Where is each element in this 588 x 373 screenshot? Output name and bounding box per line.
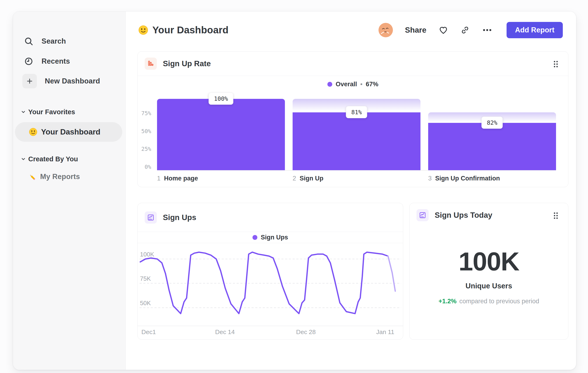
x-tick: Dec 14 [215,328,235,336]
divider [138,76,568,76]
bar-solid [157,99,285,171]
legend-dot [252,235,257,240]
stat-value: 100K [410,246,568,276]
sidebar-item-label: New Dashboard [45,77,100,85]
card-header: Sign Ups [138,203,403,232]
sidebar-item-label: Your Dashboard [41,128,100,136]
drag-handle-icon[interactable] [553,60,559,68]
link-icon[interactable] [460,25,470,35]
ellipsis-icon[interactable] [482,25,493,35]
line-chart-icon [145,212,157,223]
y-tick: 25% [138,146,151,152]
legend-label: Sign Ups [261,234,288,241]
line-legend: Sign Ups [138,232,403,243]
funnel-bar[interactable]: 82% [428,99,556,171]
x-axis-line [138,326,403,326]
avatar[interactable] [378,23,393,37]
card-sign-ups: Sign Ups Sign Ups 100K 75K 50K Dec [137,203,403,340]
dashboard-header: Your Dashboard Share [138,21,563,40]
value-chip: 82% [481,117,503,129]
plus-icon [22,74,37,88]
step-number: 1 [157,175,160,182]
y-tick: 50% [138,128,151,134]
line-chart-plot [138,243,403,326]
sidebar-item-recents[interactable]: Recents [13,54,126,69]
x-category: 3 Sign Up Confirmation [428,175,500,182]
page-title: Your Dashboard [152,24,228,36]
value-chip: 81% [346,106,367,118]
card-title: Sign Ups [163,213,196,222]
x-category: 2 Sign Up [293,175,323,182]
bar-solid [428,123,556,171]
clock-icon [23,56,34,67]
add-report-button[interactable]: Add Report [507,22,563,38]
search-icon [23,36,34,47]
x-tick: Jan 11 [376,328,394,336]
chevron-down-icon [21,109,26,114]
sidebar-item-label: Search [42,37,66,45]
app-window: Search Recents New Dashboard Your Favori… [13,11,576,370]
section-your-favorites[interactable]: Your Favorites [13,107,126,117]
section-label: Created By You [28,155,78,163]
line-chart-icon [417,209,429,221]
card-header: Sign Up Rate [138,51,568,76]
legend-value: 67% [366,81,378,88]
y-tick: 50K [140,300,151,307]
share-button[interactable]: Share [405,26,427,34]
legend-dot [327,82,332,87]
delta-value: +1.2% [438,298,456,305]
y-tick: 100K [140,251,154,258]
sidebar-item-search[interactable]: Search [13,34,126,49]
x-tick: Dec 28 [296,328,316,336]
smiley-emoji [29,128,37,136]
funnel-legend: Overall • 67% [138,79,568,89]
section-created-by-you[interactable]: Created By You [13,154,126,164]
chevron-down-icon [21,156,26,161]
pencil-emoji [28,172,36,181]
stat-label: Unique Users [410,282,568,290]
step-name: Sign Up Confirmation [435,175,500,182]
step-number: 2 [293,175,296,182]
card-sign-ups-today: Sign Ups Today 100K Unique Users +1.2% c… [409,203,568,340]
delta-note: compared to previous period [459,298,539,305]
funnel-bar[interactable]: 100% [157,99,285,171]
main-content: Your Dashboard Share [126,11,576,370]
sidebar-item-my-reports[interactable]: My Reports [13,169,126,184]
bar-solid [293,112,420,171]
x-tick: Dec1 [141,328,156,336]
x-category: 1 Home page [157,175,198,182]
stat-delta: +1.2% compared to previous period [410,298,568,305]
y-tick: 0% [138,164,151,170]
heart-icon[interactable] [438,25,448,35]
step-name: Sign Up [300,175,323,182]
bar-chart-icon [145,58,157,70]
y-tick: 75% [138,110,151,117]
section-label: Your Favorites [28,108,75,116]
funnel-bars: 100% 81% 82% [157,99,556,171]
funnel-bar[interactable]: 81% [293,99,420,171]
sidebar-item-new-dashboard[interactable]: New Dashboard [13,74,126,88]
card-sign-up-rate: Sign Up Rate Overall • 67% 75% 50% 25% 0… [137,51,568,187]
card-title: Sign Ups Today [435,211,492,220]
legend-label: Overall [336,81,357,88]
y-tick: 75K [140,275,151,282]
smiley-emoji [138,25,148,35]
sidebar-item-your-dashboard-selected[interactable]: Your Dashboard [15,122,122,142]
value-chip: 100% [209,92,233,105]
sidebar-item-label: My Reports [40,172,80,181]
card-title: Sign Up Rate [163,59,211,68]
sidebar-item-label: Recents [42,57,70,66]
step-number: 3 [428,175,432,182]
sidebar: Search Recents New Dashboard Your Favori… [13,11,126,370]
axis-baseline [157,170,556,171]
card-header: Sign Ups Today [410,203,568,227]
legend-separator: • [360,81,362,88]
step-name: Home page [164,175,198,182]
drag-handle-icon[interactable] [553,212,559,220]
